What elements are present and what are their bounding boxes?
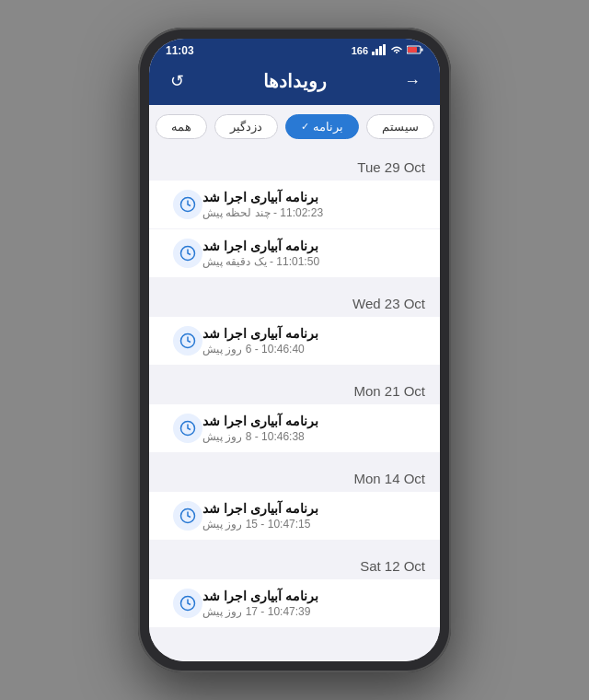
events-list: Tue 29 Oct برنامه آبیاری اجرا شد 11:02:2… xyxy=(149,148,440,661)
date-group-1: Tue 29 Oct برنامه آبیاری اجرا شد 11:02:2… xyxy=(149,148,440,277)
svg-rect-1 xyxy=(375,49,378,55)
app-header: ↺ رویدادها → xyxy=(149,61,440,105)
date-group-4: Mon 14 Oct برنامه آبیاری اجرا شد 10:47:1… xyxy=(149,460,440,540)
event-text: برنامه آبیاری اجرا شد 10:47:15 - 15 روز … xyxy=(202,501,425,531)
status-icons: 166 xyxy=(352,44,423,57)
event-title: برنامه آبیاری اجرا شد xyxy=(202,239,318,253)
event-title: برنامه آبیاری اجرا شد xyxy=(202,414,318,428)
clock-icon xyxy=(173,414,202,443)
event-item: برنامه آبیاری اجرا شد 11:02:23 - چند لحظ… xyxy=(149,181,440,228)
signal-icon xyxy=(372,44,387,57)
page-title: رویدادها xyxy=(263,70,327,92)
clock-icon xyxy=(173,326,202,356)
event-text: برنامه آبیاری اجرا شد 11:01:50 - یک دقیق… xyxy=(202,239,425,268)
filter-all[interactable]: همه xyxy=(156,114,207,139)
status-time: 11:03 xyxy=(166,44,194,57)
clock-icon xyxy=(173,190,202,219)
divider xyxy=(149,452,440,460)
date-header-2: Wed 23 Oct xyxy=(149,285,440,317)
event-title: برنامه آبیاری اجرا شد xyxy=(202,589,318,603)
event-time: 10:46:38 - 8 روز پیش xyxy=(202,430,305,443)
event-text: برنامه آبیاری اجرا شد 11:02:23 - چند لحظ… xyxy=(202,190,425,219)
date-group-3: Mon 21 Oct برنامه آبیاری اجرا شد 10:46:3… xyxy=(149,372,440,452)
event-item: برنامه آبیاری اجرا شد 10:47:15 - 15 روز … xyxy=(149,492,440,540)
event-text: برنامه آبیاری اجرا شد 10:46:38 - 8 روز پ… xyxy=(202,414,425,443)
phone-screen: 11:03 166 xyxy=(149,39,440,661)
battery-icon xyxy=(407,45,423,56)
svg-rect-6 xyxy=(422,49,423,52)
filter-system[interactable]: سیستم xyxy=(366,114,434,139)
phone-frame: 11:03 166 xyxy=(138,28,451,672)
wifi-icon xyxy=(390,45,403,56)
event-title: برنامه آبیاری اجرا شد xyxy=(202,326,318,341)
event-item: برنامه آبیاری اجرا شد 10:46:40 - 6 روز پ… xyxy=(149,317,440,365)
event-item: برنامه آبیاری اجرا شد 11:01:50 - یک دقیق… xyxy=(149,229,440,277)
date-header-4: Mon 14 Oct xyxy=(149,460,440,492)
date-header-5: Sat 12 Oct xyxy=(149,547,440,579)
date-group-2: Wed 23 Oct برنامه آبیاری اجرا شد 10:46:4… xyxy=(149,285,440,365)
filter-bar: سیستم برنامه دزدگیر همه xyxy=(149,105,440,148)
date-header-1: Tue 29 Oct xyxy=(149,148,440,181)
filter-schedule[interactable]: برنامه xyxy=(285,114,359,139)
refresh-button[interactable]: ↺ xyxy=(164,68,190,94)
svg-rect-2 xyxy=(379,46,382,55)
svg-rect-0 xyxy=(372,52,375,55)
divider xyxy=(149,540,440,547)
event-time: 10:46:40 - 6 روز پیش xyxy=(202,343,305,356)
event-text: برنامه آبیاری اجرا شد 10:46:40 - 6 روز پ… xyxy=(202,326,425,356)
svg-rect-3 xyxy=(383,44,386,55)
event-item: برنامه آبیاری اجرا شد 10:47:39 - 17 روز … xyxy=(149,579,440,627)
event-time: 10:47:39 - 17 روز پیش xyxy=(202,605,310,618)
event-time: 11:02:23 - چند لحظه پیش xyxy=(202,206,323,219)
divider xyxy=(149,365,440,372)
filter-alarm[interactable]: دزدگیر xyxy=(214,114,278,139)
event-item: برنامه آبیاری اجرا شد 10:46:38 - 8 روز پ… xyxy=(149,404,440,452)
event-title: برنامه آبیاری اجرا شد xyxy=(202,190,318,204)
svg-rect-5 xyxy=(408,47,417,52)
date-group-5: Sat 12 Oct برنامه آبیاری اجرا شد 10:47:3… xyxy=(149,547,440,627)
network-info: 166 xyxy=(352,45,368,56)
clock-icon xyxy=(173,501,202,531)
event-text: برنامه آبیاری اجرا شد 10:47:39 - 17 روز … xyxy=(202,589,425,618)
clock-icon xyxy=(173,589,202,618)
clock-icon xyxy=(173,239,202,268)
forward-button[interactable]: → xyxy=(399,68,425,94)
event-title: برنامه آبیاری اجرا شد xyxy=(202,501,318,516)
event-time: 11:01:50 - یک دقیقه پیش xyxy=(202,255,319,268)
date-header-3: Mon 21 Oct xyxy=(149,372,440,404)
divider xyxy=(149,277,440,285)
event-time: 10:47:15 - 15 روز پیش xyxy=(202,518,310,531)
status-bar: 11:03 166 xyxy=(149,39,440,61)
